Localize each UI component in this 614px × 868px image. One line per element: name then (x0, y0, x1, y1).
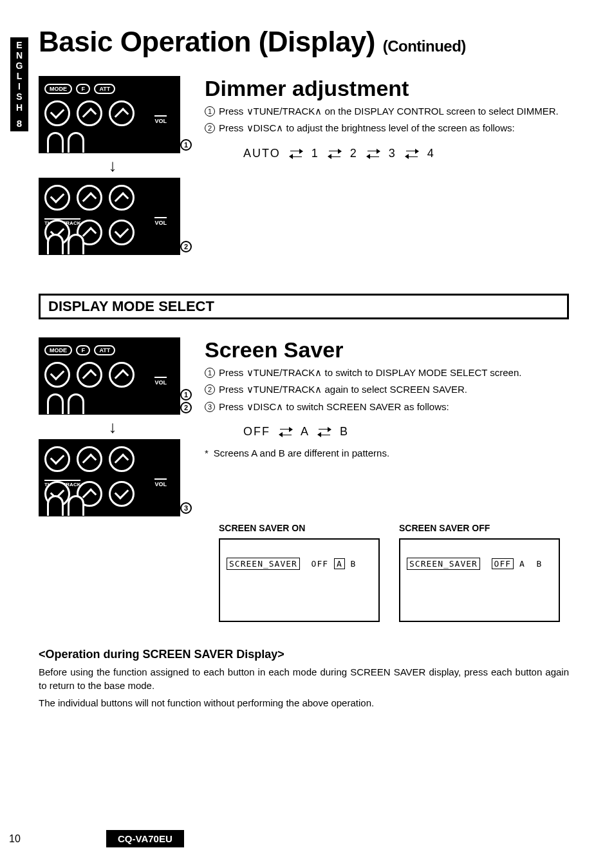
seq-item: 1 (312, 147, 319, 160)
step-text: Press ∨DISC∧ to switch SCREEN SAVER as f… (219, 401, 449, 413)
language-tab: ENGLISH 8 (10, 37, 28, 131)
knob (77, 446, 102, 472)
lcd-b: B (536, 559, 542, 569)
f-button-label: F (76, 84, 90, 94)
knob (109, 185, 135, 211)
knob (44, 362, 70, 388)
language-label: ENGLISH (16, 40, 23, 113)
page-title: Basic Operation (Display) (Continued) (39, 26, 569, 58)
step-number-icon: 1 (205, 368, 215, 378)
page-number: 10 (9, 833, 21, 845)
bidir-arrow-icon (290, 149, 302, 159)
title-main: Basic Operation (Display) (39, 26, 375, 57)
control-panel-bottom: TUNE / TRACK VOL (39, 178, 180, 255)
vol-label: VOL (154, 478, 167, 487)
knob (44, 185, 70, 211)
lcd-heading: SCREEN SAVER ON (219, 523, 380, 533)
step-text: Press ∨TUNE/TRACK∧ to switch to DISPLAY … (219, 366, 521, 379)
operation-during-p2: The individual buttons will not function… (39, 696, 569, 710)
vol-label: VOL (154, 217, 167, 226)
callout-2: 2 (180, 402, 192, 413)
dimmer-step-2: 2 Press ∨DISC∧ to adjust the brightness … (205, 122, 569, 135)
knob (44, 446, 70, 472)
arrow-down-icon: ↓ (39, 419, 187, 435)
seq-item: A (301, 425, 309, 438)
lcd-display: SCREEN_SAVER OFF A B (219, 538, 380, 622)
screensaver-sequence: OFF A B (243, 425, 569, 439)
lcd-label: SCREEN_SAVER (227, 558, 300, 570)
knob (109, 100, 135, 126)
screen-saver-off-block: SCREEN SAVER OFF SCREEN_SAVER OFF A B (399, 523, 560, 622)
screen-saver-on-block: SCREEN SAVER ON SCREEN_SAVER OFF A B (219, 523, 380, 622)
mode-button-label: MODE (44, 345, 72, 355)
lcd-b: B (351, 559, 357, 569)
display-mode-select-box: DISPLAY MODE SELECT (39, 294, 569, 319)
callout-3: 3 (180, 502, 192, 514)
screensaver-step-3: 3 Press ∨DISC∧ to switch SCREEN SAVER as… (205, 401, 569, 413)
title-suffix: (Continued) (383, 37, 466, 55)
lcd-a-selected: A (334, 558, 345, 569)
step-number-icon: 3 (205, 402, 215, 412)
lcd-off-selected: OFF (492, 558, 514, 569)
dimmer-step-1: 1 Press ∨TUNE/TRACK∧ on the DISPLAY CONT… (205, 105, 569, 118)
lcd-heading: SCREEN SAVER OFF (399, 523, 560, 533)
arrow-down-icon: ↓ (39, 157, 187, 174)
control-panel-top: MODE F ATT VOL (39, 76, 180, 153)
vol-label: VOL (154, 115, 167, 124)
lcd-label: SCREEN_SAVER (407, 558, 480, 570)
seq-item: OFF (243, 425, 270, 438)
bidir-arrow-icon (319, 427, 330, 437)
note-text: Screens A and B are different in pattern… (214, 448, 389, 458)
screensaver-step-2: 2 Press ∨TUNE/TRACK∧ again to select SCR… (205, 383, 569, 396)
knob (109, 481, 135, 507)
lcd-off: OFF (312, 559, 328, 569)
lcd-display: SCREEN_SAVER OFF A B (399, 538, 560, 622)
mode-button-label: MODE (44, 84, 72, 94)
step-text: Press ∨TUNE/TRACK∧ on the DISPLAY CONTRO… (219, 105, 559, 118)
step-number-icon: 1 (205, 106, 215, 117)
screensaver-step-1: 1 Press ∨TUNE/TRACK∧ to switch to DISPLA… (205, 366, 569, 379)
dimmer-diagram: MODE F ATT VOL 1 ↓ (39, 76, 187, 255)
bidir-arrow-icon (406, 149, 418, 159)
step-text: Press ∨DISC∧ to adjust the brightness le… (219, 122, 515, 135)
screensaver-note: * Screens A and B are different in patte… (205, 448, 569, 458)
callout-2: 2 (180, 241, 192, 252)
att-button-label: ATT (94, 345, 115, 355)
seq-item: B (340, 425, 349, 438)
bidir-arrow-icon (367, 149, 379, 159)
knob (77, 362, 102, 388)
operation-during-p1: Before using the function assigned to ea… (39, 665, 569, 692)
att-button-label: ATT (94, 84, 115, 94)
step-number-icon: 2 (205, 123, 215, 133)
lcd-a: A (519, 559, 525, 569)
seq-item: AUTO (243, 147, 281, 160)
seq-item: 2 (350, 147, 358, 160)
bidir-arrow-icon (280, 427, 292, 437)
screensaver-heading: Screen Saver (205, 337, 569, 363)
step-text: Press ∨TUNE/TRACK∧ again to select SCREE… (219, 383, 467, 396)
knob (77, 185, 102, 211)
seq-item: 3 (389, 147, 396, 160)
vol-label: VOL (154, 377, 167, 386)
bidir-arrow-icon (329, 149, 340, 159)
dimmer-sequence: AUTO 1 2 3 4 (243, 147, 569, 160)
dimmer-heading: Dimmer adjustment (205, 76, 569, 101)
operation-during-heading: <Operation during SCREEN SAVER Display> (39, 648, 569, 661)
callout-1: 1 (180, 389, 192, 401)
display-mode-select-heading: DISPLAY MODE SELECT (48, 298, 559, 315)
model-number: CQ-VA70EU (106, 830, 184, 847)
screensaver-diagram: MODE F ATT VOL 1 2 ↓ (39, 337, 187, 516)
callout-1: 1 (180, 139, 192, 151)
control-panel-bottom: TUNE / TRACK VOL (39, 439, 180, 516)
knob (109, 362, 135, 388)
seq-item: 4 (427, 147, 435, 160)
asterisk-icon: * (205, 448, 209, 458)
knob (109, 446, 135, 472)
knob (77, 100, 102, 126)
knob (109, 220, 135, 245)
step-number-icon: 2 (205, 384, 215, 395)
f-button-label: F (76, 345, 90, 355)
section-number: 8 (10, 118, 28, 129)
control-panel-top: MODE F ATT VOL (39, 337, 180, 415)
knob (44, 100, 70, 126)
